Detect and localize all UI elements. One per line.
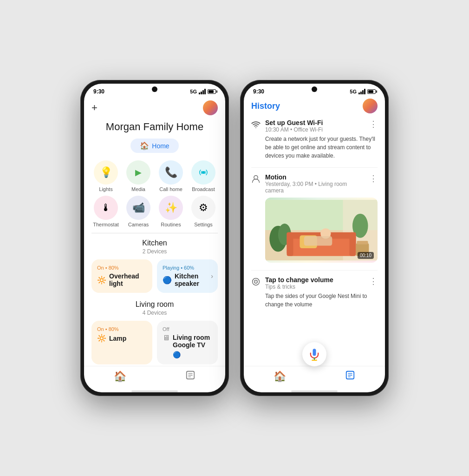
action-circle-media: ▶	[126, 160, 150, 185]
volume-icon	[251, 277, 261, 289]
volume-info: Tap to change volume Tips & tricks	[265, 276, 365, 290]
volume-more-button[interactable]: ⋮	[369, 276, 378, 286]
home-pill-icon: 🏠	[140, 141, 149, 150]
action-label-settings: Settings	[194, 222, 213, 227]
home-pill-button[interactable]: 🏠 Home	[130, 139, 178, 153]
battery-fill-2	[368, 90, 373, 93]
battery-1	[208, 89, 216, 94]
volume-title: Tap to change volume	[265, 276, 365, 284]
notch-2	[312, 86, 317, 92]
action-settings[interactable]: ⚙ Settings	[189, 196, 218, 227]
phone-history: 9:30 5G	[240, 80, 389, 396]
room-living-subtitle: 4 Devices	[91, 310, 218, 316]
nav-history-1[interactable]	[185, 370, 195, 383]
action-label-cameras: Cameras	[128, 222, 149, 227]
google-tv-name: Living roomGoogle TV	[173, 334, 210, 349]
signal-1: 5G	[190, 89, 197, 94]
status-bar-2: 9:30 5G	[244, 84, 385, 95]
overhead-light-status: On • 80%	[97, 265, 147, 271]
nav-history-2[interactable]	[345, 370, 355, 383]
action-circle-thermostat: 🌡	[94, 196, 118, 220]
nav-home-1[interactable]: 🏠	[114, 370, 126, 383]
home-pill-container: 🏠 Home	[91, 139, 218, 153]
bar3	[202, 90, 204, 94]
action-circle-routines: ✨	[159, 196, 183, 220]
home-screen-content: + Morgan Family Home 🏠 Home 💡	[84, 95, 225, 366]
action-thermostat[interactable]: 🌡 Thermostat	[91, 196, 120, 227]
svg-point-5	[255, 127, 256, 128]
google-tv-status: Off	[163, 326, 212, 332]
bottom-nav-1: 🏠	[84, 366, 225, 389]
history-content: History Set up Guest Wi-Fi 10:30 AM • Of…	[244, 95, 385, 366]
action-circle-lights: 💡	[94, 160, 118, 185]
history-item-wifi: Set up Guest Wi-Fi 10:30 AM • Office Wi-…	[251, 119, 378, 160]
overhead-light-name: Overhead light	[109, 272, 147, 287]
camera-dot-2	[312, 86, 317, 92]
phone-home: 9:30 5G	[80, 80, 229, 396]
motion-more-button[interactable]: ⋮	[369, 173, 378, 184]
kitchen-speaker-card[interactable]: Playing • 60% 🔵 Kitchen speaker ›	[157, 259, 218, 293]
motion-icon	[251, 174, 261, 186]
wifi-more-button[interactable]: ⋮	[369, 119, 378, 129]
kitchen-device-cards: On • 80% 🔆 Overhead light Playing • 60% …	[91, 259, 218, 293]
motion-header: Motion Yesterday, 3:00 PM • Living room …	[251, 173, 378, 194]
room-living-title: Living room	[91, 300, 218, 309]
action-label-routines: Routines	[161, 222, 181, 227]
google-tv-card[interactable]: Off 🖥 Living roomGoogle TV 🔵	[157, 321, 218, 364]
action-lights[interactable]: 💡 Lights	[91, 160, 120, 192]
action-cameras[interactable]: 📹 Cameras	[124, 196, 153, 227]
nav-home-2[interactable]: 🏠	[274, 370, 286, 383]
bar2-2	[360, 92, 362, 94]
lamp-card[interactable]: On • 80% 🔆 Lamp	[91, 321, 152, 364]
notch-1	[152, 86, 157, 92]
overhead-light-card[interactable]: On • 80% 🔆 Overhead light	[91, 259, 152, 293]
action-media[interactable]: ▶ Media	[124, 160, 153, 192]
divider-history-2	[251, 270, 378, 271]
svg-point-23	[255, 281, 256, 282]
time-2: 9:30	[253, 88, 264, 95]
action-label-lights: Lights	[99, 186, 112, 192]
action-label-media: Media	[131, 186, 145, 192]
wifi-header: Set up Guest Wi-Fi 10:30 AM • Office Wi-…	[251, 119, 378, 133]
volume-subtitle: Tips & tricks	[265, 284, 365, 290]
wifi-icon	[251, 120, 261, 132]
bar1	[199, 93, 200, 94]
kitchen-speaker-status: Playing • 60%	[163, 265, 212, 271]
lamp-icon: 🔆	[97, 334, 106, 343]
phone-home-screen: 9:30 5G	[84, 84, 225, 392]
bar3-2	[362, 90, 364, 94]
user-avatar-2[interactable]	[363, 99, 378, 113]
user-avatar-1[interactable]	[203, 100, 218, 115]
phone-history-screen: 9:30 5G	[244, 84, 385, 392]
phones-container: 9:30 5G	[80, 80, 389, 396]
action-broadcast[interactable]: Broadcast	[189, 160, 218, 192]
battery-2	[367, 89, 376, 94]
lamp-name: Lamp	[109, 335, 126, 342]
battery-fill-1	[208, 90, 214, 93]
wifi-info: Set up Guest Wi-Fi 10:30 AM • Office Wi-…	[265, 119, 365, 133]
google-tv-icon: 🖥	[163, 334, 170, 342]
video-duration: 00:10	[358, 252, 374, 259]
signal-bars-2	[358, 89, 365, 94]
action-routines[interactable]: ✨ Routines	[156, 196, 185, 227]
wifi-subtitle: 10:30 AM • Office Wi-Fi	[265, 126, 365, 133]
status-right-2: 5G	[350, 89, 376, 94]
kitchen-speaker-icon: 🔵	[163, 276, 172, 284]
divider-history-1	[251, 167, 378, 168]
living-device-cards: On • 80% 🔆 Lamp Off 🖥 Living roomGoogle …	[91, 321, 218, 364]
mic-fab[interactable]	[302, 342, 326, 366]
action-callhome[interactable]: 📞 Call home	[156, 160, 185, 192]
svg-rect-14	[287, 232, 293, 256]
room-kitchen-subtitle: 2 Devices	[91, 248, 218, 255]
signal-bars-1	[199, 89, 206, 94]
action-label-callhome: Call home	[159, 186, 182, 192]
wifi-desc: Create a network just for your guests. T…	[251, 135, 378, 160]
camera-dot-1	[152, 86, 157, 92]
history-item-motion: Motion Yesterday, 3:00 PM • Living room …	[251, 173, 378, 263]
action-label-thermostat: Thermostat	[93, 222, 119, 227]
add-button[interactable]: +	[91, 102, 98, 114]
motion-thumbnail[interactable]: 00:10	[265, 198, 378, 263]
kitchen-speaker-name: Kitchen speaker	[175, 272, 212, 287]
status-bar-1: 9:30 5G	[84, 84, 225, 95]
history-title: History	[251, 101, 280, 111]
